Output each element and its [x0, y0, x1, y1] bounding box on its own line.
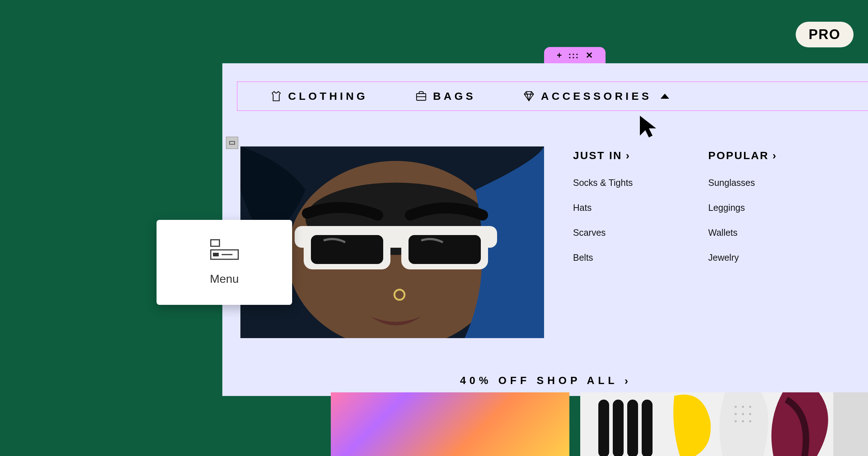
svg-point-18 — [749, 406, 751, 408]
drag-handle-icon[interactable]: ::: — [568, 50, 579, 60]
column-heading-justin[interactable]: JUST IN › — [573, 149, 633, 162]
section-tab[interactable]: + ::: ✕ — [544, 47, 606, 63]
nav-label: CLOTHING — [288, 90, 368, 102]
svg-point-20 — [742, 413, 744, 415]
diamond-icon — [523, 90, 535, 102]
editor-preview-window: + ::: ✕ CLOTHING BAGS — [222, 63, 868, 396]
mega-menu-column-popular: POPULAR › Sunglasses Leggings Wallets Je… — [708, 149, 777, 277]
nav-item-accessories[interactable]: ACCESSORIES — [523, 90, 669, 102]
menu-link[interactable]: Sunglasses — [708, 178, 777, 188]
menu-link[interactable]: Hats — [573, 203, 633, 213]
cursor-icon — [638, 114, 660, 141]
svg-rect-12 — [598, 400, 609, 456]
menu-link[interactable]: Socks & Tights — [573, 178, 633, 188]
promo-text: 40% OFF SHOP ALL — [460, 375, 618, 387]
svg-rect-8 — [311, 235, 383, 264]
chevron-right-icon: › — [625, 375, 632, 387]
widget-card-label: Menu — [210, 272, 239, 286]
svg-point-16 — [735, 406, 737, 408]
tshirt-icon — [270, 90, 282, 102]
nav-label: ACCESSORIES — [541, 90, 651, 102]
chevron-up-icon — [660, 94, 669, 99]
mega-menu-column-justin: JUST IN › Socks & Tights Hats Scarves Be… — [573, 149, 633, 277]
column-heading-label: POPULAR — [708, 149, 769, 162]
menu-link[interactable]: Belts — [573, 252, 633, 263]
nav-item-bags[interactable]: BAGS — [415, 90, 476, 102]
menu-link[interactable]: Scarves — [573, 227, 633, 238]
close-icon[interactable]: ✕ — [586, 50, 593, 60]
svg-rect-13 — [613, 400, 624, 456]
svg-point-19 — [735, 413, 737, 415]
svg-point-24 — [749, 420, 751, 422]
briefcase-icon — [415, 90, 427, 102]
svg-rect-9 — [409, 235, 481, 264]
widget-card-menu[interactable]: Menu — [157, 220, 292, 305]
menu-link[interactable]: Leggings — [708, 203, 777, 213]
nav-label: BAGS — [433, 90, 476, 102]
rectangle-icon — [229, 141, 235, 145]
svg-rect-15 — [642, 400, 653, 456]
column-heading-label: JUST IN — [573, 149, 622, 162]
promo-banner[interactable]: 40% OFF SHOP ALL › — [222, 369, 868, 392]
svg-rect-14 — [627, 400, 638, 456]
menu-link[interactable]: Jewelry — [708, 252, 777, 263]
nav-item-clothing[interactable]: CLOTHING — [270, 90, 368, 102]
pro-badge: PRO — [796, 22, 854, 47]
menu-link[interactable]: Wallets — [708, 227, 777, 238]
selection-handle[interactable] — [226, 137, 238, 149]
svg-rect-25 — [833, 392, 868, 456]
store-navbar: CLOTHING BAGS ACCESSORIES — [237, 81, 868, 111]
product-thumb-sneaker[interactable] — [580, 392, 868, 456]
svg-point-22 — [735, 420, 737, 422]
chevron-right-icon: › — [773, 149, 777, 162]
svg-point-21 — [749, 413, 751, 415]
svg-rect-26 — [211, 240, 219, 246]
product-thumb-gradient[interactable] — [331, 392, 569, 456]
column-heading-popular[interactable]: POPULAR › — [708, 149, 777, 162]
svg-point-23 — [742, 420, 744, 422]
menu-widget-icon — [210, 239, 239, 261]
svg-point-17 — [742, 406, 744, 408]
plus-icon[interactable]: + — [557, 50, 562, 60]
svg-rect-28 — [213, 253, 219, 256]
chevron-right-icon: › — [626, 149, 630, 162]
